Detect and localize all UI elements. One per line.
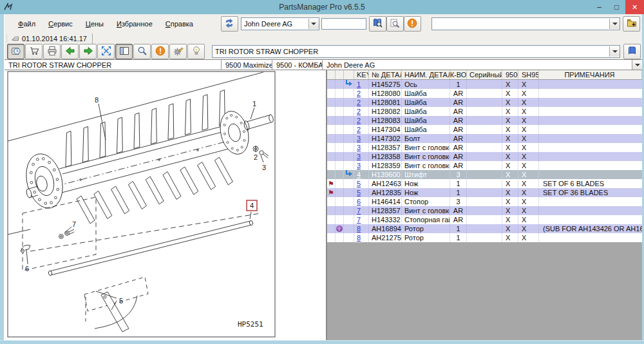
callout-4[interactable]: 4 (250, 202, 254, 209)
table-row[interactable]: 3H128357Винт с головкойARXX (327, 143, 642, 152)
key-link[interactable]: 2 (357, 99, 361, 107)
callout-6[interactable]: 6 (25, 265, 29, 272)
key-link[interactable]: 8 (357, 225, 361, 233)
table-row[interactable]: 2H147304ШайбаARXX (327, 125, 642, 134)
callout-2[interactable]: 2 (254, 153, 258, 161)
chevron-down-icon[interactable] (609, 46, 620, 57)
open-book-button[interactable] (623, 44, 641, 59)
key-link[interactable]: 3 (357, 153, 361, 161)
table-row[interactable]: 4H139600Штифт3XX (327, 170, 642, 179)
key-link[interactable]: 4 (357, 171, 361, 179)
key-link[interactable]: 5 (357, 180, 361, 188)
key-link[interactable]: 3 (357, 162, 361, 170)
close-button[interactable]: ✕ (625, 0, 644, 14)
header-part[interactable]: № ДЕТАЛИ (369, 70, 402, 79)
settings-edit-button[interactable] (169, 44, 187, 59)
maximize-button[interactable]: □ (608, 0, 625, 14)
important-button[interactable] (151, 44, 169, 59)
forward-arrow-button[interactable] (79, 44, 97, 59)
menu-item-file[interactable]: Файл (12, 19, 41, 29)
swap-arrows-button[interactable] (221, 16, 238, 32)
header-sh9500[interactable]: SH9500 (518, 70, 539, 79)
key-link[interactable]: 2 (357, 90, 361, 98)
chevron-down-icon[interactable] (609, 19, 620, 29)
section-select[interactable]: TRI ROTOR STRAW CHOPPER (212, 45, 620, 58)
callout-8[interactable]: 8 (95, 96, 99, 104)
folder-add-icon (627, 18, 637, 30)
path-segment-dealer[interactable]: John Deere AG (323, 60, 632, 70)
key-link[interactable]: 2 (357, 126, 361, 134)
search-catalog-button[interactable] (369, 16, 386, 32)
path-segment-group[interactable]: 9500 - КОМБА... (272, 60, 323, 70)
search-button[interactable] (386, 16, 404, 32)
flag-cell (327, 215, 336, 224)
table-row[interactable]: 7H128357Винт с головкойARXX (327, 206, 642, 215)
tip-bulb-button[interactable] (187, 44, 205, 59)
header-key[interactable]: KEY (354, 70, 369, 79)
header-qty[interactable]: К-ВО (450, 70, 467, 79)
serial-cell (467, 161, 502, 170)
catalog-history-button[interactable] (7, 44, 24, 59)
current-cell (344, 89, 354, 98)
menu-item-help[interactable]: Справка (160, 19, 199, 29)
back-arrow-button[interactable] (61, 44, 79, 59)
key-link[interactable]: 2 (357, 117, 361, 125)
key-link[interactable]: 7 (357, 207, 361, 215)
header-notes[interactable]: ПРИМЕЧАНИЯ (539, 70, 642, 79)
key-link[interactable]: 1 (357, 81, 361, 89)
table-row[interactable]: 3H128358Винт с головкойARXX (327, 152, 642, 161)
shopping-cart-button[interactable] (25, 44, 43, 59)
table-row[interactable]: ⚑5AH124635Нож1XXSET OF 6 BLADES (327, 179, 642, 188)
fit-view-button[interactable] (97, 44, 115, 59)
callout-3[interactable]: 3 (262, 164, 266, 171)
callout-1[interactable]: 1 (252, 100, 256, 108)
table-row[interactable]: 8AH212750Ротор1XX (327, 233, 642, 242)
key-link[interactable]: 3 (357, 135, 361, 143)
dealer-select[interactable]: John Deere AG (241, 17, 319, 30)
table-row[interactable]: 7H143332Стопорная гайкаARXX (327, 215, 642, 224)
zoom-button[interactable] (133, 44, 151, 59)
substitute-cell (336, 152, 344, 161)
key-link[interactable]: 3 (357, 144, 361, 152)
header-name[interactable]: НАИМ. ДЕТАЛИ (402, 70, 450, 79)
quick-search-input[interactable] (321, 18, 366, 30)
header-9500[interactable]: 9500 (502, 70, 518, 79)
session-tab[interactable]: 01.10.2014 16:41.17 (6, 33, 93, 44)
table-row[interactable]: 2H128083ШайбаARXX (327, 116, 642, 125)
table-row[interactable]: 2H128081ШайбаARXX (327, 98, 642, 107)
minimize-button[interactable]: – (591, 0, 608, 14)
header-serial[interactable]: Серийный № (467, 70, 502, 79)
chevron-down-icon[interactable] (308, 19, 319, 29)
table-row[interactable]: ⚑5AH128359Нож1XXSET OF 36 BLADES (327, 188, 642, 197)
split-panels-button[interactable] (115, 44, 133, 59)
menu-item-favorites[interactable]: Избранное (111, 19, 158, 29)
path-segment-model[interactable]: 9500 Maximize... (222, 60, 272, 70)
zoom-icon (137, 46, 147, 57)
table-row[interactable]: 2H128082ШайбаARXX (327, 107, 642, 116)
table-row[interactable]: 2H128080ШайбаARXX (327, 89, 642, 98)
serial-cell (467, 107, 502, 116)
key-link[interactable]: 6 (357, 198, 361, 206)
serial-cell (467, 116, 502, 125)
key-link[interactable]: 8 (357, 234, 361, 242)
chevron-down-icon[interactable] (632, 60, 642, 70)
callout-5[interactable]: 5 (119, 297, 123, 305)
table-row[interactable]: 6H146414Стопор3XX (327, 197, 642, 206)
path-segment-section[interactable]: TRI ROTOR STRAW CHOPPER (5, 60, 222, 70)
print-button[interactable] (43, 44, 61, 59)
menu-item-prices[interactable]: Цены (80, 19, 109, 29)
key-link[interactable]: 7 (357, 216, 361, 224)
menu-item-service[interactable]: Сервис (43, 19, 79, 29)
table-row[interactable]: 3H147302БолтARXX (327, 134, 642, 143)
table-row[interactable]: 3H128359Винт с головкойARXX (327, 161, 642, 170)
favorites-select[interactable] (431, 17, 620, 30)
table-row[interactable]: ↓8AH168947Ротор1XX(SUB FOR AH143426 OR A… (327, 224, 642, 233)
add-favorite-button[interactable] (623, 16, 640, 32)
key-link[interactable]: 5 (357, 189, 361, 197)
callout-7[interactable]: 7 (72, 220, 76, 228)
key-link[interactable]: 2 (357, 108, 361, 116)
table-row[interactable]: 1H145275Ось1XX (327, 80, 642, 89)
notes-cell (539, 161, 642, 170)
qty-cell: AR (450, 206, 467, 215)
important-button[interactable] (404, 16, 421, 32)
